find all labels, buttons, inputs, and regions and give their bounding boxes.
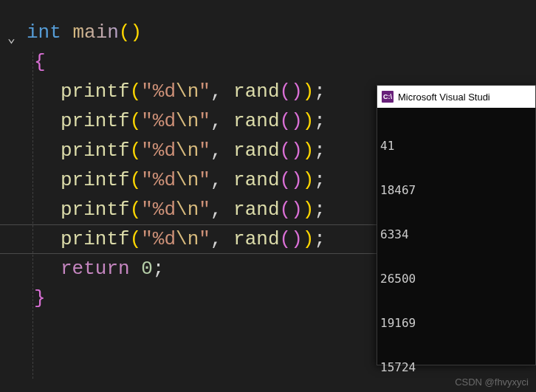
indent-guide	[32, 52, 33, 379]
close-brace: }	[34, 287, 46, 309]
console-output: 19169	[380, 316, 532, 331]
console-title-text: Microsoft Visual Studi	[398, 92, 490, 103]
code-line: {	[0, 47, 536, 77]
function-main: main	[72, 21, 118, 44]
watermark-text: CSDN @fhvyxyci	[455, 376, 529, 388]
console-output: 6334	[380, 227, 532, 242]
open-brace: {	[34, 51, 46, 73]
console-output: 15724	[380, 360, 532, 375]
code-line: int main()	[0, 18, 536, 47]
keyword-int: int	[27, 21, 61, 44]
console-window[interactable]: C:\ Microsoft Visual Studi 41 18467 6334…	[377, 85, 536, 365]
console-body[interactable]: 41 18467 6334 26500 19169 15724 D:\devel…	[377, 108, 535, 392]
console-output: 18467	[380, 183, 532, 198]
console-output: 26500	[380, 272, 532, 286]
vs-console-icon: C:\	[382, 91, 394, 103]
fold-chevron-icon[interactable]: ⌄	[7, 24, 16, 53]
console-titlebar[interactable]: C:\ Microsoft Visual Studi	[377, 86, 535, 108]
console-output: 41	[380, 139, 532, 154]
